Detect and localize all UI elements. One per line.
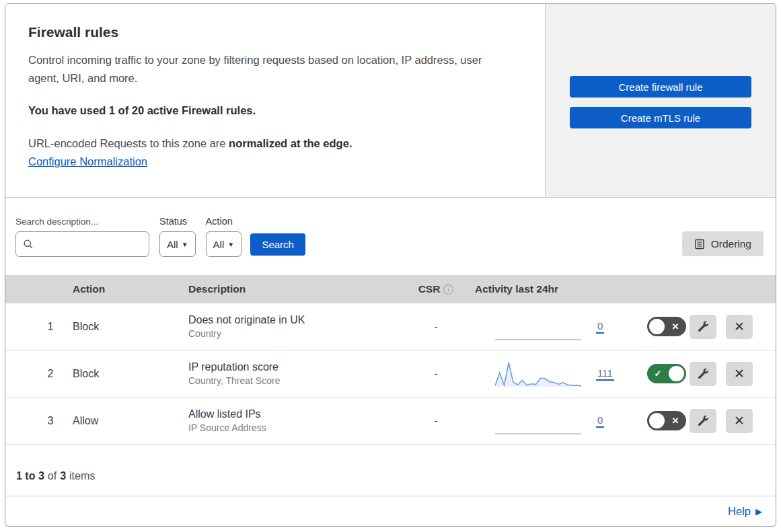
status-label: Status [159,216,196,227]
action-filter-group: Action All ▼ [206,216,242,257]
ordering-label: Ordering [711,238,751,250]
rule-criteria: IP Source Address [188,422,405,433]
info-icon[interactable]: i [443,284,453,295]
activity-count-link[interactable]: 111 [596,367,614,381]
rule-description: Allow listed IPs [188,408,405,420]
rule-csr: - [405,415,467,427]
rule-description-cell: Allow listed IPs IP Source Address [188,408,405,433]
rule-activity-cell: 0 [467,407,625,435]
table-row: 1 Block Does not originate in UK Country… [5,303,776,350]
header-csr: CSRi [405,283,467,295]
toggle-state-icon: ✕ [667,321,684,332]
rule-description-cell: IP reputation score Country, Threat Scor… [188,361,405,386]
close-icon: ✕ [734,319,745,334]
help-bar: Help ▶ [5,496,776,526]
page-description: Control incoming traffic to your zone by… [28,51,513,87]
delete-rule-button[interactable]: ✕ [726,409,753,433]
header-action: Action [73,283,188,295]
activity-count-link[interactable]: 0 [596,320,604,334]
edit-rule-button[interactable] [690,315,716,339]
help-label: Help [728,505,751,518]
search-box [15,231,149,257]
rule-number: 3 [28,415,73,427]
normalization-bold: normalized at the edge. [229,137,352,149]
search-icon [23,239,34,250]
edit-rule-button[interactable] [690,409,716,433]
page-title: Firewall rules [28,24,518,40]
toggle-state-icon: ✓ [649,369,667,379]
table-row: 2 Block IP reputation score Country, Thr… [5,350,776,397]
create-firewall-rule-button[interactable]: Create firewall rule [570,76,751,98]
status-value: All [167,239,178,250]
rule-csr: - [405,321,467,333]
pagination-summary: 1 to 3 of 3 items [5,445,776,496]
status-filter-group: Status All ▼ [159,216,196,257]
items-of-label: of [48,470,57,482]
rule-criteria: Country [188,328,405,339]
wrench-icon [698,415,709,426]
rule-activity-cell: 0 [467,313,625,341]
ordering-button[interactable]: Ordering [682,231,764,256]
action-select[interactable]: All ▼ [206,231,242,257]
rule-criteria: Country, Threat Score [188,375,405,386]
header-description: Description [188,283,405,295]
filter-bar: Search description... Status All ▼ Actio… [5,198,776,275]
close-icon: ✕ [734,413,745,428]
usage-summary: You have used 1 of 20 active Firewall ru… [28,104,518,117]
toggle-knob [649,413,665,428]
rule-action: Allow [73,415,188,427]
search-group: Search description... [15,217,149,257]
table-header: Action Description CSRi Activity last 24… [5,275,776,303]
intro-panel: Firewall rules Control incoming traffic … [5,4,546,197]
configure-normalization-link[interactable]: Configure Normalization [28,155,147,167]
delete-rule-button[interactable]: ✕ [726,362,753,386]
rule-enabled-toggle[interactable]: ✕ [647,411,686,430]
wrench-icon [698,368,709,379]
rule-action: Block [73,321,188,333]
normalization-note: URL-encoded Requests to this zone are no… [28,137,518,150]
toggle-state-icon: ✕ [667,416,684,426]
toggle-knob [669,366,684,381]
rule-number: 1 [28,321,73,333]
activity-count-link[interactable]: 0 [596,414,604,428]
action-label: Action [206,216,242,227]
create-mtls-rule-button[interactable]: Create mTLS rule [570,107,751,128]
items-label: items [69,470,95,482]
activity-sparkline [495,313,581,341]
chevron-down-icon: ▼ [227,241,234,248]
edit-rule-button[interactable] [690,362,716,386]
normalization-prefix: URL-encoded Requests to this zone are [28,137,229,149]
ordering-list-icon [694,239,705,250]
top-section: Firewall rules Control incoming traffic … [5,4,776,198]
search-input[interactable] [15,231,149,257]
firewall-rules-card: Firewall rules Control incoming traffic … [5,3,776,527]
help-link[interactable]: Help ▶ [728,505,762,518]
rule-enabled-toggle[interactable]: ✓ [647,364,686,383]
csr-label: CSR [418,283,441,295]
arrow-right-icon: ▶ [755,506,762,517]
search-button[interactable]: Search [250,233,305,256]
rule-description: IP reputation score [188,361,405,373]
wrench-icon [698,321,709,332]
chevron-down-icon: ▼ [182,241,188,248]
actions-panel: Create firewall rule Create mTLS rule [546,4,776,197]
rule-csr: - [405,368,467,380]
items-total: 3 [60,470,66,482]
items-range: 1 to 3 [16,470,44,482]
rule-action: Block [73,368,188,380]
action-value: All [213,239,225,250]
close-icon: ✕ [734,366,745,381]
rule-description: Does not originate in UK [188,314,405,326]
header-activity: Activity last 24hr [467,283,625,295]
toggle-knob [649,319,665,334]
rule-description-cell: Does not originate in UK Country [188,314,405,339]
rule-activity-cell: 111 [467,360,625,388]
rule-enabled-toggle[interactable]: ✕ [647,317,686,336]
delete-rule-button[interactable]: ✕ [726,315,753,339]
table-row: 3 Allow Allow listed IPs IP Source Addre… [5,397,776,445]
search-label: Search description... [15,217,149,227]
rule-number: 2 [28,368,73,380]
activity-sparkline [495,360,581,388]
status-select[interactable]: All ▼ [159,231,196,257]
activity-sparkline [495,407,581,435]
